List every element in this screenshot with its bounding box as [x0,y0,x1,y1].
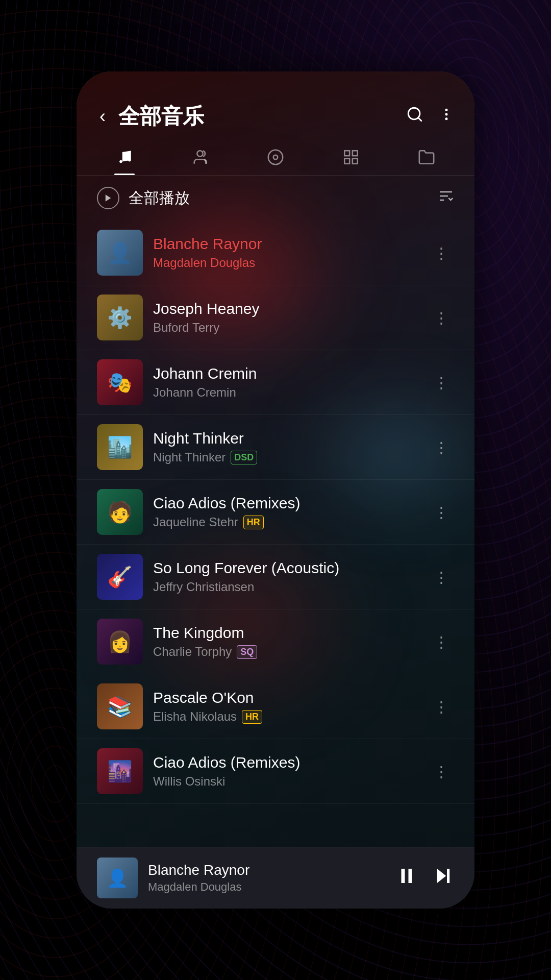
song-info: Johann Cremin Johann Cremin [153,365,418,400]
phone-frame: ‹ 全部音乐 [77,71,474,909]
svg-rect-19 [447,869,449,883]
header: ‹ 全部音乐 [77,71,474,141]
song-thumbnail: ⚙️ [97,295,143,340]
sort-icon[interactable] [438,188,454,208]
now-playing-thumbnail: 👤 [97,857,138,898]
header-icons [406,106,454,127]
song-title: Blanche Raynor [153,235,418,253]
song-more-button[interactable]: ⋮ [429,757,454,786]
song-artist: Johann Cremin [153,385,418,400]
list-item[interactable]: 👤 Blanche Raynor Magdalen Douglas ⋮ [77,220,474,285]
svg-point-7 [273,155,278,160]
song-title: So Long Forever (Acoustic) [153,559,418,577]
svg-marker-12 [106,194,111,202]
song-title: Pascale O'Kon [153,689,418,706]
now-playing-title: Blanche Raynor [148,862,386,878]
song-info: The Kingdom Charlie Torphy SQ [153,624,418,659]
song-title: Ciao Adios (Remixes) [153,495,418,512]
song-thumbnail: 🏙️ [97,424,143,470]
more-icon[interactable] [439,106,454,127]
play-all-bar: 全部播放 [77,176,474,220]
now-playing-artist: Magdalen Douglas [148,880,386,894]
list-item[interactable]: ⚙️ Joseph Heaney Buford Terry ⋮ [77,285,474,350]
svg-rect-8 [344,151,349,156]
list-item[interactable]: 🧑 Ciao Adios (Remixes) Jaqueline Stehr H… [77,480,474,545]
list-item[interactable]: 🏙️ Night Thinker Night Thinker DSD ⋮ [77,415,474,480]
song-thumbnail: 🌆 [97,748,143,794]
now-playing-bar[interactable]: 👤 Blanche Raynor Magdalen Douglas [77,847,474,909]
tab-albums[interactable] [238,141,313,175]
song-title: Joseph Heaney [153,300,418,317]
song-artist: Jeffry Christiansen [153,580,418,594]
song-info: Joseph Heaney Buford Terry [153,300,418,335]
song-more-button[interactable]: ⋮ [429,628,454,656]
play-all-button[interactable] [97,187,119,209]
song-artist: Magdalen Douglas [153,256,418,270]
song-more-button[interactable]: ⋮ [429,304,454,332]
nav-tabs [77,141,474,176]
page-title: 全部音乐 [118,102,396,131]
song-artist: Willis Osinski [153,774,418,789]
song-info: Ciao Adios (Remixes) Jaqueline Stehr HR [153,495,418,529]
list-item[interactable]: 👩 The Kingdom Charlie Torphy SQ ⋮ [77,609,474,674]
song-artist: Night Thinker DSD [153,450,418,464]
next-button[interactable] [433,865,454,891]
song-thumbnail: 🧑 [97,489,143,535]
song-more-button[interactable]: ⋮ [429,369,454,397]
list-item[interactable]: 📚 Pascale O'Kon Elisha Nikolaus HR ⋮ [77,674,474,739]
song-thumbnail: 📚 [97,683,143,729]
list-item[interactable]: 🎭 Johann Cremin Johann Cremin ⋮ [77,350,474,415]
now-playing-info: Blanche Raynor Magdalen Douglas [148,862,386,894]
list-item[interactable]: 🌆 Ciao Adios (Remixes) Willis Osinski ⋮ [77,739,474,804]
svg-rect-9 [353,151,358,156]
song-artist: Jaqueline Stehr HR [153,515,418,529]
song-more-button[interactable]: ⋮ [429,498,454,526]
quality-badge-hr: HR [243,516,264,529]
song-info: Ciao Adios (Remixes) Willis Osinski [153,754,418,789]
search-icon[interactable] [406,106,423,127]
tab-artists[interactable] [162,141,238,175]
tab-playlists[interactable] [313,141,389,175]
song-title: Ciao Adios (Remixes) [153,754,418,771]
quality-badge-sq: SQ [237,645,257,659]
song-list: 👤 Blanche Raynor Magdalen Douglas ⋮ ⚙️ J… [77,220,474,847]
song-title: Night Thinker [153,430,418,447]
tab-songs[interactable] [87,141,162,175]
svg-point-2 [445,109,448,111]
song-title: The Kingdom [153,624,418,642]
list-item[interactable]: 🎸 So Long Forever (Acoustic) Jeffry Chri… [77,545,474,609]
song-thumbnail: 🎸 [97,554,143,600]
song-more-button[interactable]: ⋮ [429,693,454,721]
svg-marker-18 [437,869,446,883]
song-info: Pascale O'Kon Elisha Nikolaus HR [153,689,418,724]
song-artist: Charlie Torphy SQ [153,645,418,659]
svg-point-3 [445,113,448,116]
svg-line-1 [418,118,421,121]
svg-rect-17 [409,869,412,883]
song-artist: Elisha Nikolaus HR [153,709,418,724]
pause-button[interactable] [396,865,417,891]
svg-rect-11 [353,159,358,164]
svg-point-5 [197,151,203,156]
svg-rect-16 [402,869,405,883]
song-thumbnail: 👩 [97,619,143,665]
song-more-button[interactable]: ⋮ [429,433,454,461]
song-artist: Buford Terry [153,321,418,335]
quality-badge-dsd: DSD [231,451,257,464]
tab-folders[interactable] [389,141,464,175]
song-info: Night Thinker Night Thinker DSD [153,430,418,464]
song-thumbnail: 🎭 [97,359,143,405]
svg-point-4 [445,117,448,120]
now-playing-controls [396,865,454,891]
back-button[interactable]: ‹ [97,103,108,130]
quality-badge-hr: HR [242,710,262,724]
song-info: Blanche Raynor Magdalen Douglas [153,235,418,270]
play-all-label: 全部播放 [129,188,429,209]
svg-rect-10 [344,159,349,164]
song-title: Johann Cremin [153,365,418,382]
song-more-button[interactable]: ⋮ [429,239,454,267]
song-more-button[interactable]: ⋮ [429,563,454,591]
svg-point-6 [268,150,283,164]
song-info: So Long Forever (Acoustic) Jeffry Christ… [153,559,418,594]
song-thumbnail: 👤 [97,230,143,276]
